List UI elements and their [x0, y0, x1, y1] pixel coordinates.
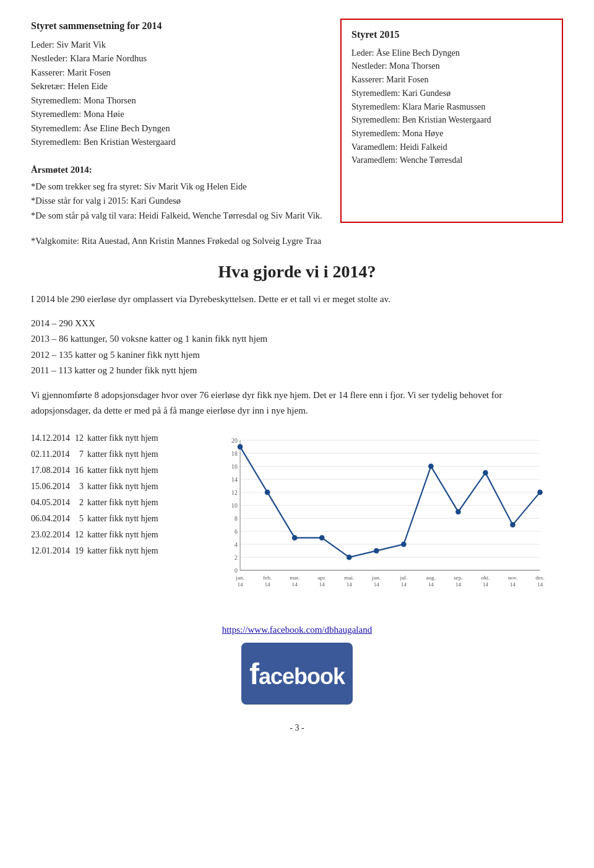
- adoption-date: 17.08.2014: [31, 462, 75, 479]
- board-2014-member: Kasserer: Marit Fosen: [31, 66, 328, 79]
- main-title: Hva gjorde vi i 2014?: [31, 262, 563, 282]
- annual-meeting-title: Årsmøtet 2014:: [31, 163, 328, 177]
- board-2014: Styret sammensetning for 2014 Leder: Siv…: [31, 19, 328, 223]
- svg-text:nov.: nov.: [508, 575, 517, 581]
- svg-point-52: [346, 555, 352, 560]
- svg-text:14: 14: [483, 581, 489, 588]
- svg-point-53: [374, 549, 379, 554]
- svg-text:14: 14: [292, 581, 298, 588]
- adoption-count: 3: [75, 479, 87, 495]
- top-section: Styret sammensetning for 2014 Leder: Siv…: [31, 19, 563, 223]
- svg-text:12: 12: [231, 490, 238, 497]
- board-2014-members: Leder: Siv Marit VikNestleder: Klara Mar…: [31, 38, 328, 149]
- board-2014-member: Styremedlem: Mona Høie: [31, 107, 328, 121]
- adoption-count: 2: [75, 495, 87, 511]
- stats-item: 2011 – 113 katter og 2 hunder fikk nytt …: [31, 363, 563, 379]
- facebook-section: https://www.facebook.com/dbhaugaland fac…: [31, 625, 563, 705]
- board-2015-box: Styret 2015 Leder: Åse Eline Bech Dyngen…: [340, 19, 563, 223]
- svg-text:14: 14: [428, 581, 434, 588]
- svg-point-55: [428, 464, 434, 469]
- board-2015-member: Styremedlem: Klara Marie Rasmussen: [351, 100, 552, 114]
- svg-text:14: 14: [401, 581, 407, 588]
- svg-point-57: [483, 471, 488, 476]
- adoption-date-row: 15.06.20143katter fikk nytt hjem: [31, 479, 162, 495]
- line-chart: 02468101214161820jan.14feb.14mar.14apr.1…: [210, 430, 563, 604]
- svg-text:8: 8: [235, 516, 238, 523]
- svg-text:14: 14: [346, 581, 353, 588]
- svg-text:mar.: mar.: [290, 575, 299, 581]
- svg-text:sep.: sep.: [454, 575, 462, 581]
- adoption-count: 7: [75, 446, 87, 462]
- board-2015-member: Leder: Åse Eline Bech Dyngen: [351, 46, 552, 60]
- board-2015-member: Styremedlem: Mona Høye: [351, 127, 552, 141]
- adoption-date-row: 14.12.201412katter fikk nytt hjem: [31, 430, 162, 446]
- svg-point-54: [401, 542, 407, 547]
- svg-text:apr.: apr.: [318, 575, 326, 581]
- stats-item: 2013 – 86 kattunger, 50 voksne katter og…: [31, 331, 563, 347]
- adoption-date-row: 06.04.20145katter fikk nytt hjem: [31, 511, 162, 527]
- adoption-dates: 14.12.201412katter fikk nytt hjem02.11.2…: [31, 430, 192, 606]
- svg-text:14: 14: [238, 581, 244, 588]
- svg-text:jul.: jul.: [399, 575, 407, 581]
- adoption-date: 04.05.2014: [31, 495, 75, 511]
- adoption-text: Vi gjennomførte 8 adopsjonsdager hvor ov…: [31, 388, 563, 419]
- board-2014-member: Styremedlem: Åse Eline Bech Dyngen: [31, 121, 328, 135]
- facebook-logo-text: facebook: [249, 657, 345, 691]
- annual-meeting-line: *Disse står for valg i 2015: Kari Gundes…: [31, 194, 328, 208]
- svg-text:4: 4: [235, 542, 238, 549]
- svg-point-48: [238, 445, 243, 450]
- facebook-link[interactable]: https://www.facebook.com/dbhaugaland: [31, 625, 563, 635]
- stats-item: 2012 – 135 katter og 5 kaniner fikk nytt…: [31, 347, 563, 363]
- board-2014-member: Leder: Siv Marit Vik: [31, 38, 328, 51]
- svg-text:aug.: aug.: [426, 575, 436, 581]
- adoption-description: katter fikk nytt hjem: [87, 462, 162, 479]
- svg-text:feb.: feb.: [263, 575, 272, 581]
- svg-point-51: [319, 536, 325, 541]
- adoption-count: 16: [75, 462, 87, 479]
- svg-text:2: 2: [235, 555, 238, 562]
- board-2015-member: Styremedlem: Ben Kristian Westergaard: [351, 113, 552, 127]
- svg-text:14: 14: [265, 581, 271, 588]
- adoption-date: 06.04.2014: [31, 511, 75, 527]
- board-2015-member: Styremedlem: Kari Gundesø: [351, 87, 552, 100]
- board-2014-member: Sekretær: Helen Eide: [31, 79, 328, 93]
- adoption-date: 15.06.2014: [31, 479, 75, 495]
- adoption-description: katter fikk nytt hjem: [87, 511, 162, 527]
- svg-point-58: [510, 523, 515, 528]
- board-2015-member: Varamedlem: Wenche Tørresdal: [351, 154, 552, 167]
- adoption-count: 12: [75, 430, 87, 446]
- adoption-date-row: 04.05.20142katter fikk nytt hjem: [31, 495, 162, 511]
- board-2014-title: Styret sammensetning for 2014: [31, 19, 328, 34]
- svg-text:14: 14: [319, 581, 325, 588]
- board-2015-member: Kasserer: Marit Fosen: [351, 73, 552, 87]
- adoption-description: katter fikk nytt hjem: [87, 495, 162, 511]
- board-2014-member: Styremedlem: Ben Kristian Westergaard: [31, 135, 328, 149]
- svg-text:6: 6: [235, 529, 238, 536]
- svg-text:14: 14: [231, 477, 238, 484]
- board-2015-member: Nestleder: Mona Thorsen: [351, 59, 552, 73]
- facebook-logo[interactable]: facebook: [241, 643, 353, 705]
- svg-point-50: [292, 536, 298, 541]
- svg-text:10: 10: [231, 503, 238, 510]
- board-2015-members: Leder: Åse Eline Bech DyngenNestleder: M…: [351, 46, 552, 167]
- svg-text:14: 14: [455, 581, 462, 588]
- svg-point-49: [265, 490, 270, 495]
- adoption-date: 23.02.2014: [31, 527, 75, 543]
- adoption-date-row: 23.02.201412katter fikk nytt hjem: [31, 527, 162, 543]
- annual-meeting-line: *De som trekker seg fra styret: Siv Mari…: [31, 180, 328, 194]
- svg-text:0: 0: [235, 568, 238, 575]
- adoption-description: katter fikk nytt hjem: [87, 430, 162, 446]
- adoption-date: 02.11.2014: [31, 446, 75, 462]
- adoption-count: 5: [75, 511, 87, 527]
- board-2014-member: Styremedlem: Mona Thorsen: [31, 93, 328, 107]
- annual-meeting-lines: *De som trekker seg fra styret: Siv Mari…: [31, 180, 328, 223]
- adoption-description: katter fikk nytt hjem: [87, 479, 162, 495]
- adoption-dates-table: 14.12.201412katter fikk nytt hjem02.11.2…: [31, 430, 162, 558]
- board-2015-title: Styret 2015: [351, 27, 552, 43]
- svg-point-59: [537, 490, 543, 495]
- svg-text:14: 14: [374, 581, 380, 588]
- svg-text:14: 14: [537, 581, 543, 588]
- svg-point-56: [455, 510, 461, 515]
- valgkomite: *Valgkomite: Rita Auestad, Ann Kristin M…: [31, 234, 563, 248]
- adoption-date: 12.01.2014: [31, 543, 75, 559]
